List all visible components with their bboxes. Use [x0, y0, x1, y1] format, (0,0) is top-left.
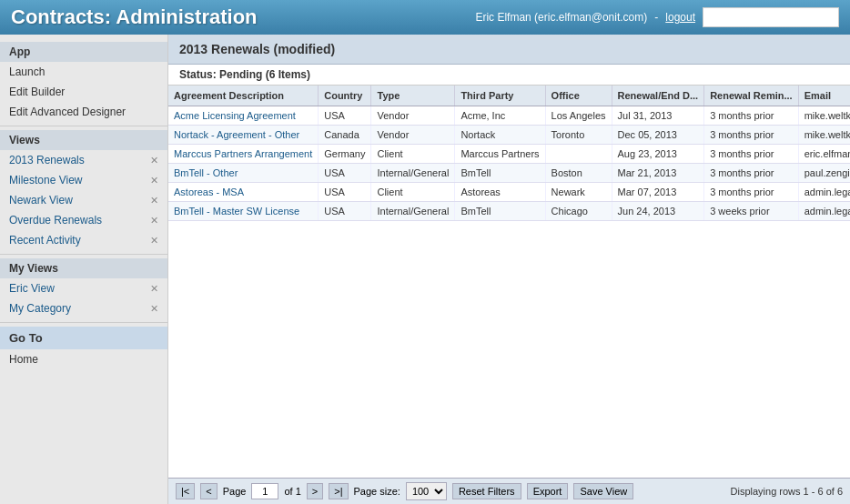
table-body: Acme Licensing AgreementUSAVendorAcme, I… — [168, 106, 850, 221]
sidebar: App Launch Edit Builder Edit Advanced De… — [0, 35, 168, 504]
page-number-input[interactable] — [251, 483, 278, 499]
agreement-link[interactable]: Astoreas - MSA — [174, 186, 244, 197]
agreement-link[interactable]: BmTell - Master SW License — [174, 206, 299, 217]
header: Contracts: Administration Eric Elfman (e… — [0, 0, 850, 35]
user-area: Eric Elfman (eric.elfman@onit.com) - log… — [475, 7, 839, 27]
agreement-link[interactable]: BmTell - Other — [174, 167, 238, 178]
page-size-select[interactable]: 100 50 25 — [406, 482, 447, 500]
separator: - — [654, 11, 658, 24]
table-title: 2013 Renewals (modified) — [168, 35, 850, 65]
table-row: Astoreas - MSAUSAClientAstoreasNewarkMar… — [168, 183, 850, 202]
agreement-link[interactable]: Acme Licensing Agreement — [174, 110, 296, 121]
display-info: Displaying rows 1 - 6 of 6 — [731, 486, 844, 497]
table-header-row: Agreement Description Country Type Third… — [168, 86, 850, 106]
layout: App Launch Edit Builder Edit Advanced De… — [0, 35, 850, 504]
sidebar-item-launch[interactable]: Launch — [0, 62, 167, 82]
remove-my-category-icon[interactable]: ✕ — [150, 303, 158, 315]
prev-page-button[interactable]: < — [200, 483, 217, 499]
sidebar-item-eric-view[interactable]: Eric View ✕ — [0, 278, 167, 298]
col-renewal-remind: Renewal Remin... — [704, 86, 798, 106]
last-page-button[interactable]: >| — [329, 483, 348, 499]
of-label: of 1 — [284, 486, 300, 497]
agreement-link[interactable]: Marccus Partners Arrangement — [174, 148, 312, 159]
col-email: Email — [798, 86, 850, 106]
table-row: BmTell - Master SW LicenseUSAInternal/Ge… — [168, 202, 850, 221]
remove-recent-icon[interactable]: ✕ — [150, 235, 158, 247]
table-row: Nortack - Agreement - OtherCanadaVendorN… — [168, 126, 850, 145]
remove-eric-view-icon[interactable]: ✕ — [150, 283, 158, 295]
remove-newark-icon[interactable]: ✕ — [150, 195, 158, 207]
divider-1 — [0, 126, 167, 126]
logout-link[interactable]: logout — [665, 11, 695, 24]
sidebar-my-views-section: My Views — [0, 258, 167, 278]
sidebar-app-section: App — [0, 42, 167, 62]
search-input[interactable] — [703, 7, 839, 27]
table-row: BmTell - OtherUSAInternal/GeneralBmTellB… — [168, 164, 850, 183]
page-label: Page — [223, 486, 247, 497]
sidebar-item-edit-builder[interactable]: Edit Builder — [0, 82, 167, 102]
sidebar-item-edit-advanced-designer[interactable]: Edit Advanced Designer — [0, 102, 167, 122]
reset-filters-button[interactable]: Reset Filters — [452, 483, 521, 499]
col-third-party: Third Party — [455, 86, 545, 106]
page-size-label: Page size: — [354, 486, 400, 497]
divider-2 — [0, 254, 167, 255]
col-type: Type — [371, 86, 455, 106]
save-view-button[interactable]: Save View — [573, 483, 633, 499]
agreement-link[interactable]: Nortack - Agreement - Other — [174, 129, 299, 140]
col-renewal-end: Renewal/End D... — [612, 86, 704, 106]
remove-2013-renewals-icon[interactable]: ✕ — [150, 155, 158, 166]
next-page-button[interactable]: > — [307, 483, 323, 499]
pagination-bar: |< < Page of 1 > >| Page size: 100 50 25… — [168, 478, 850, 504]
status-bar: Status: Pending (6 Items) — [168, 65, 850, 86]
user-info: Eric Elfman (eric.elfman@onit.com) — [475, 11, 647, 24]
remove-milestone-icon[interactable]: ✕ — [150, 175, 158, 186]
sidebar-item-overdue-renewals[interactable]: Overdue Renewals ✕ — [0, 210, 167, 230]
remove-overdue-icon[interactable]: ✕ — [150, 215, 158, 227]
col-agreement-description: Agreement Description — [168, 86, 319, 106]
first-page-button[interactable]: |< — [176, 483, 195, 499]
sidebar-item-milestone-view[interactable]: Milestone View ✕ — [0, 170, 167, 190]
sidebar-item-2013-renewals[interactable]: 2013 Renewals ✕ — [0, 150, 167, 170]
sidebar-item-home[interactable]: Home — [0, 349, 167, 369]
export-button[interactable]: Export — [527, 483, 569, 499]
divider-3 — [0, 322, 167, 323]
col-country: Country — [319, 86, 371, 106]
table-row: Acme Licensing AgreementUSAVendorAcme, I… — [168, 106, 850, 126]
table-row: Marccus Partners ArrangementGermanyClien… — [168, 145, 850, 164]
sidebar-item-my-category[interactable]: My Category ✕ — [0, 298, 167, 318]
sidebar-goto-section: Go To — [0, 327, 167, 349]
page-title: Contracts: Administration — [11, 5, 258, 29]
sidebar-item-recent-activity[interactable]: Recent Activity ✕ — [0, 230, 167, 250]
col-office: Office — [545, 86, 612, 106]
sidebar-views-section: Views — [0, 130, 167, 150]
sidebar-item-newark-view[interactable]: Newark View ✕ — [0, 190, 167, 210]
main-content: 2013 Renewals (modified) Status: Pending… — [168, 35, 850, 504]
contracts-table: Agreement Description Country Type Third… — [168, 86, 850, 221]
